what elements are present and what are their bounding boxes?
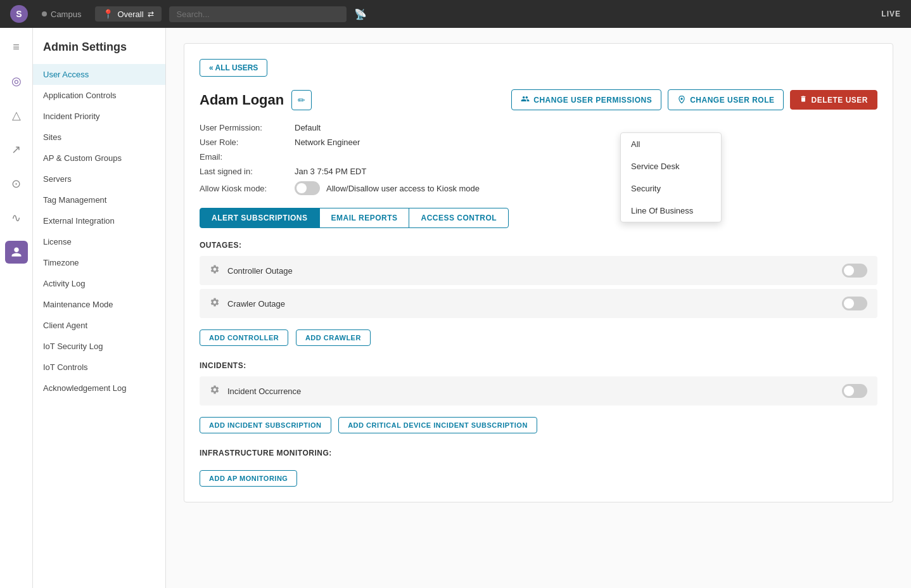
permissions-icon — [521, 94, 530, 105]
delete-icon — [800, 95, 807, 105]
incident-occurrence-toggle[interactable] — [842, 384, 867, 398]
incident-add-buttons: ADD INCIDENT SUBSCRIPTION ADD CRITICAL D… — [200, 411, 877, 433]
sidebar-search-icon[interactable]: ⊙ — [5, 172, 28, 195]
dropdown-item-security[interactable]: Security — [621, 177, 721, 200]
sidebar-trend-icon[interactable]: ∿ — [5, 207, 28, 229]
infrastructure-section-title: INFRASTRUCTURE MONITORING: — [200, 449, 877, 457]
dropdown-item-lob[interactable]: Line Of Business — [621, 200, 721, 222]
kiosk-row: Allow Kiosk mode: Allow/Disallow user ac… — [200, 181, 877, 195]
add-incident-subscription-button[interactable]: ADD INCIDENT SUBSCRIPTION — [200, 417, 331, 433]
crawler-outage-toggle[interactable] — [842, 297, 867, 310]
nav-item-ap-groups[interactable]: AP & Custom Groups — [33, 148, 165, 169]
email-row: Email: — [200, 152, 877, 162]
user-actions: CHANGE USER PERMISSIONS CHANGE USER ROLE… — [511, 89, 877, 110]
user-header: Adam Logan ✏ CHANGE USER PERMISSIONS — [200, 89, 877, 110]
role-dropdown-menu: All Service Desk Security Line Of Busine… — [620, 132, 722, 222]
campus-dot — [42, 11, 47, 16]
app-logo[interactable]: S — [10, 5, 28, 23]
user-name: Adam Logan — [200, 92, 284, 108]
kiosk-toggle[interactable] — [295, 181, 320, 195]
nav-item-acknowledgement-log[interactable]: Acknowledgement Log — [33, 378, 165, 399]
delete-user-label: DELETE USER — [811, 96, 868, 105]
broadcast-icon[interactable]: 📡 — [354, 8, 367, 20]
kiosk-toggle-wrap: Allow/Disallow user access to Kiosk mode — [295, 181, 480, 195]
page-title: Admin Settings — [33, 41, 165, 64]
incident-gear-icon[interactable] — [210, 385, 220, 397]
outages-section-title: OUTAGES: — [200, 241, 877, 250]
change-role-button[interactable]: CHANGE USER ROLE — [668, 89, 784, 110]
content-panel: « ALL USERS Adam Logan ✏ CHANGE USER PER… — [184, 43, 893, 502]
nav-item-iot-security-log[interactable]: IoT Security Log — [33, 336, 165, 357]
pencil-icon: ✏ — [298, 95, 305, 105]
dropdown-item-service-desk[interactable]: Service Desk — [621, 155, 721, 177]
add-ap-monitoring-button[interactable]: ADD AP MONITORING — [200, 470, 297, 487]
last-signed-row: Last signed in: Jan 3 7:54 PM EDT — [200, 167, 877, 176]
nav-item-maintenance-mode[interactable]: Maintenance Mode — [33, 294, 165, 315]
crawler-outage-name: Crawler Outage — [227, 299, 842, 309]
sidebar-user-icon[interactable] — [5, 241, 28, 264]
nav-item-servers[interactable]: Servers — [33, 169, 165, 189]
overall-label: Overall — [117, 10, 143, 19]
add-controller-button[interactable]: ADD CONTROLLER — [200, 329, 288, 346]
controller-outage-name: Controller Outage — [227, 266, 842, 276]
delete-user-button[interactable]: DELETE USER — [790, 90, 877, 110]
role-value: Network Engineer — [295, 137, 360, 147]
location-icon: 📍 — [103, 9, 113, 19]
user-info-section: User Permission: Default User Role: Netw… — [200, 123, 877, 195]
change-permissions-button[interactable]: CHANGE USER PERMISSIONS — [511, 89, 661, 110]
role-row: User Role: Network Engineer — [200, 137, 877, 147]
permission-label: User Permission: — [200, 123, 295, 132]
campus-label: Campus — [51, 10, 81, 19]
nav-item-iot-controls[interactable]: IoT Controls — [33, 357, 165, 378]
sidebar-chart-icon[interactable]: ↗ — [5, 138, 28, 161]
add-critical-device-subscription-button[interactable]: ADD CRITICAL DEVICE INCIDENT SUBSCRIPTIO… — [338, 417, 537, 433]
incident-occurrence-row: Incident Occurrence — [200, 376, 877, 406]
change-role-label: CHANGE USER ROLE — [690, 96, 774, 105]
kiosk-description: Allow/Disallow user access to Kiosk mode — [326, 184, 480, 193]
last-signed-value: Jan 3 7:54 PM EDT — [295, 167, 366, 176]
nav-item-license[interactable]: License — [33, 231, 165, 252]
left-navigation: Admin Settings User Access Application C… — [33, 28, 166, 588]
nav-item-user-access[interactable]: User Access — [33, 64, 165, 85]
infrastructure-add-buttons: ADD AP MONITORING — [200, 464, 877, 487]
back-to-all-users-button[interactable]: « ALL USERS — [200, 59, 267, 77]
sidebar-alert-icon[interactable]: △ — [5, 104, 28, 127]
edit-user-button[interactable]: ✏ — [291, 90, 312, 110]
main-content-area: « ALL USERS Adam Logan ✏ CHANGE USER PER… — [166, 28, 911, 588]
dropdown-item-all[interactable]: All — [621, 133, 721, 155]
tab-email-reports[interactable]: EMAIL REPORTS — [319, 208, 410, 228]
role-icon — [677, 94, 686, 105]
nav-item-app-controls[interactable]: Application Controls — [33, 85, 165, 106]
nav-item-timezone[interactable]: Timezone — [33, 252, 165, 273]
overall-selector[interactable]: 📍 Overall ⇄ — [95, 6, 161, 22]
kiosk-label: Allow Kiosk mode: — [200, 184, 295, 193]
role-label: User Role: — [200, 137, 295, 147]
live-indicator: LIVE — [881, 10, 901, 18]
nav-item-incident-priority[interactable]: Incident Priority — [33, 106, 165, 127]
controller-gear-icon[interactable] — [210, 264, 220, 277]
permission-value: Default — [295, 123, 321, 132]
add-crawler-button[interactable]: ADD CRAWLER — [296, 329, 371, 346]
controller-outage-row: Controller Outage — [200, 256, 877, 285]
incident-occurrence-name: Incident Occurrence — [227, 387, 842, 396]
sidebar-menu-icon[interactable]: ≡ — [5, 35, 28, 58]
svg-point-0 — [680, 98, 683, 100]
nav-item-sites[interactable]: Sites — [33, 127, 165, 148]
last-signed-label: Last signed in: — [200, 167, 295, 176]
tab-alert-subscriptions[interactable]: ALERT SUBSCRIPTIONS — [200, 208, 320, 228]
nav-item-external-integration[interactable]: External Integration — [33, 210, 165, 231]
change-permissions-label: CHANGE USER PERMISSIONS — [533, 96, 652, 105]
tab-access-control[interactable]: ACCESS CONTROL — [409, 208, 509, 228]
incidents-section-title: INCIDENTS: — [200, 361, 877, 370]
switch-icon: ⇄ — [148, 10, 154, 18]
nav-item-tag-management[interactable]: Tag Management — [33, 189, 165, 210]
nav-item-activity-log[interactable]: Activity Log — [33, 273, 165, 294]
crawler-gear-icon[interactable] — [210, 297, 220, 310]
campus-selector[interactable]: Campus — [35, 7, 87, 22]
global-search-input[interactable] — [169, 6, 347, 22]
controller-outage-toggle[interactable] — [842, 264, 867, 278]
icon-sidebar: ≡ ◎ △ ↗ ⊙ ∿ — [0, 28, 33, 588]
nav-item-client-agent[interactable]: Client Agent — [33, 315, 165, 336]
sidebar-network-icon[interactable]: ◎ — [5, 70, 28, 93]
email-label: Email: — [200, 152, 295, 162]
